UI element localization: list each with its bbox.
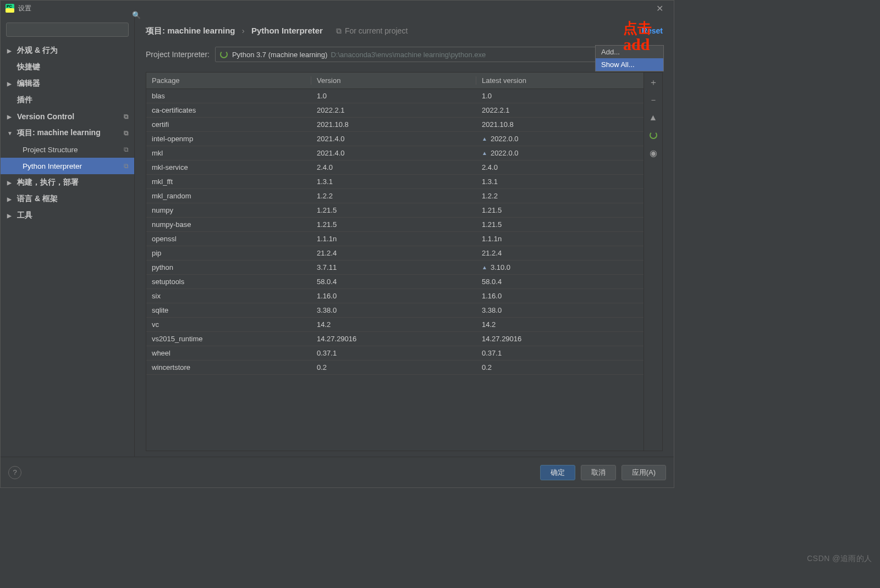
sidebar-item-label: 外观 & 行为 [17,46,58,56]
table-row[interactable]: openssl1.1.1n1.1.1n [146,232,644,246]
sidebar-item-label: 工具 [17,210,32,220]
col-version[interactable]: Version [311,76,476,85]
sidebar-item[interactable]: ▶Version Control⧉ [1,108,134,125]
cancel-button[interactable]: 取消 [581,465,616,480]
cell-latest-value: 1.16.0 [482,292,502,300]
popup-show-all[interactable]: Show All... [596,58,663,71]
cell-latest: 1.0 [476,92,644,100]
cell-latest: 58.0.4 [476,278,644,286]
remove-package-button[interactable]: － [647,93,660,107]
table-row[interactable]: mkl-service2.4.02.4.0 [146,160,644,175]
cell-latest-value: 2022.0.0 [491,149,519,157]
upgrade-available-icon: ▲ [482,136,487,142]
table-row[interactable]: certifi2021.10.82021.10.8 [146,118,644,132]
table-row[interactable]: mkl_random1.2.21.2.2 [146,189,644,203]
cell-latest: 1.16.0 [476,292,644,300]
breadcrumb: 项目: machine learning › Python Interprete… [146,26,323,36]
tree-arrow-icon: ▶ [7,213,15,219]
cell-latest: 1.21.5 [476,220,644,229]
cell-package: mkl_fft [146,177,311,186]
cell-package: ca-certificates [146,106,311,114]
table-row[interactable]: setuptools58.0.458.0.4 [146,275,644,289]
cell-latest-value: 2022.2.1 [482,106,510,114]
cell-latest-value: 14.27.29016 [482,335,521,343]
cell-latest-value: 1.2.2 [482,192,498,200]
table-row[interactable]: vs2015_runtime14.27.2901614.27.29016 [146,332,644,346]
sidebar-item[interactable]: ▶外观 & 行为 [1,42,134,59]
breadcrumb-2: Python Interpreter [251,26,323,35]
cell-package: intel-openmp [146,135,311,143]
cell-package: wincertstore [146,363,311,371]
table-row[interactable]: wincertstore0.20.2 [146,360,644,375]
apply-button[interactable]: 应用(A) [622,465,666,480]
cell-latest-value: 21.2.4 [482,249,502,257]
sidebar-item-label: 构建，执行，部署 [17,177,79,187]
cell-package: openssl [146,235,311,243]
close-icon[interactable]: ✕ [650,3,669,14]
ok-button[interactable]: 确定 [540,465,575,480]
table-row[interactable]: wheel0.37.10.37.1 [146,346,644,360]
table-row[interactable]: pip21.2.421.2.4 [146,246,644,260]
col-package[interactable]: Package [146,76,311,85]
search-input[interactable] [6,23,129,37]
upgrade-available-icon: ▲ [482,150,487,156]
cell-latest-value: 0.37.1 [482,349,502,357]
help-button[interactable]: ? [8,466,21,479]
sidebar-item-label: Python Interpreter [23,162,82,170]
table-row[interactable]: vc14.214.2 [146,318,644,332]
svg-text:PC: PC [7,4,12,8]
table-body[interactable]: blas1.01.0ca-certificates2022.2.12022.2.… [146,89,644,451]
cell-package: certifi [146,120,311,129]
sidebar-item[interactable]: ▶编辑器 [1,75,134,92]
cell-latest: 21.2.4 [476,249,644,257]
cell-package: wheel [146,349,311,357]
cell-latest-value: 1.3.1 [482,177,498,186]
sidebar-item[interactable]: 插件 [1,92,134,108]
table-row[interactable]: mkl2021.4.0▲2022.0.0 [146,146,644,160]
cell-latest: 1.3.1 [476,177,644,186]
cell-package: vc [146,320,311,329]
sidebar-item[interactable]: 快捷键 [1,59,134,75]
cell-package: six [146,292,311,300]
watermark: CSDN @追雨的人 [807,554,872,564]
table-row[interactable]: intel-openmp2021.4.0▲2022.0.0 [146,132,644,146]
upgrade-package-button[interactable]: ▲ [647,111,660,124]
table-row[interactable]: numpy-base1.21.51.21.5 [146,218,644,232]
cell-latest: 2021.10.8 [476,120,644,129]
table-row[interactable]: python3.7.11▲3.10.0 [146,260,644,275]
settings-sidebar: 🔍 ▶外观 & 行为快捷键▶编辑器插件▶Version Control⧉▼项目:… [1,16,135,457]
cell-latest: 1.21.5 [476,206,644,214]
sidebar-item[interactable]: ▶语言 & 框架 [1,191,134,207]
table-row[interactable]: ca-certificates2022.2.12022.2.1 [146,103,644,118]
cell-package: numpy-base [146,220,311,229]
sidebar-item[interactable]: ▶构建，执行，部署 [1,174,134,191]
popup-add[interactable]: Add... [596,46,663,58]
cell-latest-value: 3.10.0 [491,263,510,271]
cell-package: mkl_random [146,192,311,200]
cell-latest-value: 2021.10.8 [482,120,514,129]
show-early-releases-button[interactable]: ◉ [647,146,660,159]
table-row[interactable]: sqlite3.38.03.38.0 [146,303,644,318]
table-row[interactable]: blas1.01.0 [146,89,644,103]
interpreter-label: Project Interpreter: [146,50,210,59]
copy-icon: ⧉ [124,129,129,137]
cell-latest-value: 1.21.5 [482,206,502,214]
sidebar-item[interactable]: ▼项目: machine learning⧉ [1,125,134,141]
table-row[interactable]: six1.16.01.16.0 [146,289,644,303]
sidebar-subitem[interactable]: Project Structure⧉ [1,141,134,158]
cell-package: setuptools [146,278,311,286]
cell-version: 1.16.0 [311,292,476,300]
cell-package: vs2015_runtime [146,335,311,343]
table-row[interactable]: mkl_fft1.3.11.3.1 [146,175,644,189]
upgrade-available-icon: ▲ [482,264,487,270]
add-package-button[interactable]: ＋ [647,76,660,89]
table-row[interactable]: numpy1.21.51.21.5 [146,203,644,218]
reset-link[interactable]: Reset [642,26,663,35]
cell-version: 1.21.5 [311,220,476,229]
cell-package: mkl-service [146,163,311,171]
refresh-button[interactable] [647,129,660,142]
col-latest[interactable]: Latest version [476,76,644,85]
cell-latest-value: 1.0 [482,92,492,100]
sidebar-subitem[interactable]: Python Interpreter⧉ [1,158,134,174]
sidebar-item[interactable]: ▶工具 [1,207,134,224]
